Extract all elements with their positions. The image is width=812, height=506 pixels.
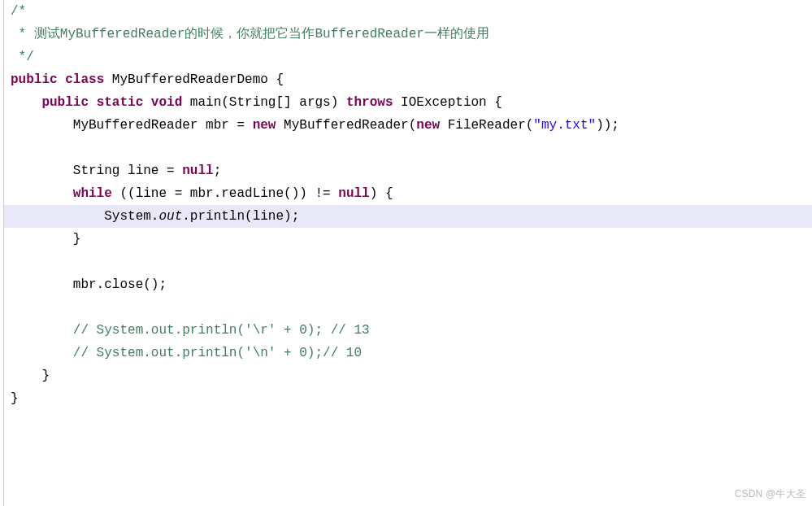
comment-text: MyBufferedReader <box>60 27 185 41</box>
code-line: MyBufferedReader mbr = new MyBufferedRea… <box>4 114 812 137</box>
code-line <box>4 251 812 273</box>
code-text: } <box>11 232 80 246</box>
code-editor: /* * 测试MyBufferedReader的时候，你就把它当作Buffere… <box>3 0 812 506</box>
keyword-class: class <box>65 72 104 87</box>
code-text: String line = <box>73 164 182 178</box>
field-out: out <box>158 209 182 224</box>
indent <box>11 277 73 292</box>
keyword-void: void <box>151 95 182 110</box>
code-line: * 测试MyBufferedReader的时候，你就把它当作BufferedRe… <box>4 23 812 46</box>
code-line: // System.out.println('\r' + 0); // 13 <box>4 319 812 342</box>
code-line: mbr.close(); <box>4 273 812 296</box>
code-text: FileReader( <box>440 118 533 133</box>
comment-text: BufferedReader <box>315 27 423 41</box>
method-main: main(String[] args) <box>182 95 346 110</box>
indent <box>11 118 73 133</box>
indent <box>11 209 104 224</box>
comment-end: */ <box>11 50 34 64</box>
code-text: } <box>11 369 50 383</box>
code-text: } <box>11 391 19 406</box>
indent <box>11 346 73 360</box>
string-literal: "my.txt" <box>533 118 596 133</box>
brace: { <box>268 72 284 87</box>
blank-line <box>11 141 73 155</box>
code-line: while ((line = mbr.readLine()) != null) … <box>4 182 812 205</box>
code-text: mbr.close(); <box>73 277 167 292</box>
watermark-text: CSDN @牛大圣 <box>735 487 805 501</box>
comment-text: 的时候，你就把它当作 <box>185 27 315 41</box>
comment-start: /* <box>11 4 26 19</box>
code-line <box>4 296 812 319</box>
keyword-null: null <box>338 186 369 201</box>
code-line: String line = null; <box>4 159 812 182</box>
code-line: } <box>4 387 812 410</box>
indent <box>11 186 73 201</box>
indent <box>11 164 73 178</box>
comment-text: * 测试 <box>11 27 60 41</box>
keyword-public: public <box>11 72 58 87</box>
blank-line <box>11 300 73 315</box>
code-text: )); <box>596 118 619 133</box>
code-text: .println(line); <box>182 209 299 224</box>
code-line: } <box>4 228 812 251</box>
code-text: ; <box>214 164 222 178</box>
comment-text: 一样的使用 <box>424 27 489 41</box>
code-line: } <box>4 364 812 387</box>
code-text: ) { <box>370 186 393 201</box>
line-comment: // System.out.println('\n' + 0);// 10 <box>73 346 362 360</box>
code-line-highlighted: System.out.println(line); <box>4 205 812 228</box>
keyword-static: static <box>97 95 144 110</box>
code-text: MyBufferedReader mbr = <box>73 118 253 133</box>
indent <box>11 95 41 110</box>
keyword-while: while <box>73 186 112 201</box>
code-text: System. <box>104 209 158 224</box>
class-name: MyBufferedReaderDemo <box>112 72 268 87</box>
blank-line <box>11 255 73 269</box>
code-line: */ <box>4 46 812 68</box>
code-text: MyBufferedReader( <box>276 118 416 133</box>
keyword-new: new <box>416 118 440 133</box>
code-line: // System.out.println('\n' + 0);// 10 <box>4 342 812 364</box>
exception-type: IOException { <box>393 95 502 110</box>
code-text: ((line = mbr.readLine()) != <box>112 186 338 201</box>
keyword-null: null <box>182 164 213 178</box>
code-line: /* <box>4 0 812 23</box>
keyword-public: public <box>41 95 89 110</box>
keyword-throws: throws <box>346 95 393 110</box>
keyword-new: new <box>253 118 276 133</box>
code-line <box>4 137 812 159</box>
code-line: public static void main(String[] args) t… <box>4 91 812 114</box>
indent <box>11 323 73 338</box>
line-comment: // System.out.println('\r' + 0); // 13 <box>73 323 370 338</box>
code-line: public class MyBufferedReaderDemo { <box>4 68 812 91</box>
